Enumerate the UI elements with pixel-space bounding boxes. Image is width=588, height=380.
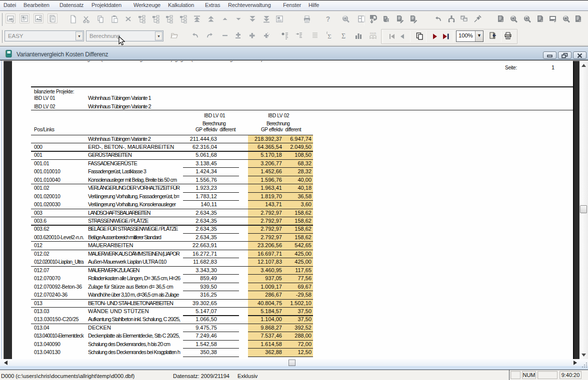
svg-text:Σ: Σ	[328, 32, 332, 40]
svg-text:REB: REB	[370, 32, 376, 35]
svg-text:?: ?	[326, 15, 330, 23]
svg-text:Σ: Σ	[342, 32, 346, 40]
